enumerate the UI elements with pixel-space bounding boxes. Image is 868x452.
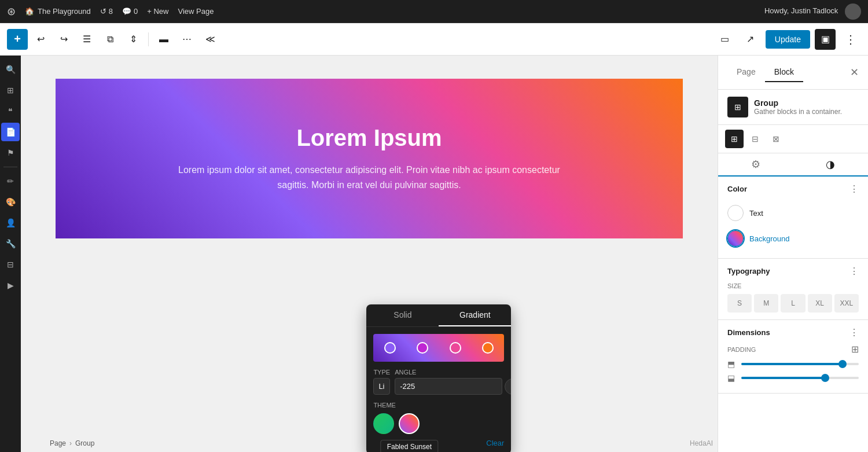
breadcrumb-page[interactable]: Page — [50, 439, 66, 447]
size-s[interactable]: S — [727, 294, 752, 313]
clear-button[interactable]: Clear — [486, 439, 504, 447]
typography-section-title: Typography — [727, 267, 770, 275]
home-icon: 🏠 — [25, 7, 34, 16]
redo-icon: ↪ — [60, 34, 68, 45]
add-block-button[interactable]: + — [7, 29, 28, 50]
list-view-button[interactable]: ☰ — [76, 29, 97, 50]
tool-stack-button[interactable]: ⊠ — [767, 130, 785, 148]
wp-logo[interactable]: ⊛ — [7, 5, 16, 18]
gradient-preview-bar[interactable] — [373, 334, 504, 362]
color-more-button[interactable]: ⋮ — [849, 183, 859, 194]
angle-input[interactable] — [395, 378, 502, 395]
site-name: The Playground — [38, 7, 91, 16]
subtab-styles[interactable]: ◑ — [793, 153, 869, 177]
padding-label: PADDING — [727, 346, 756, 353]
tool-group-button[interactable]: ⊞ — [725, 130, 744, 148]
move-icon: ⇕ — [130, 34, 137, 45]
background-color-swatch[interactable] — [727, 230, 744, 247]
breadcrumb-group[interactable]: Group — [75, 439, 94, 447]
sidebar-item-blocks[interactable]: ⊞ — [1, 81, 20, 100]
typography-section: Typography ⋮ SIZE S M L XL XXL — [718, 259, 868, 320]
swatch-green[interactable] — [373, 413, 394, 434]
external-view-button[interactable]: ↗ — [740, 29, 761, 50]
tool-row-icon: ⊟ — [752, 134, 759, 144]
tab-block[interactable]: Block — [765, 63, 803, 82]
panel-tabs: Page Block — [727, 63, 803, 82]
padding-top-icon: ⬒ — [727, 359, 737, 369]
swatch-sunset[interactable]: Fabled Sunset — [399, 413, 420, 434]
site-link[interactable]: 🏠 The Playground — [25, 7, 91, 16]
theme-swatches: Fabled Sunset — [366, 413, 511, 439]
dimensions-more-button[interactable]: ⋮ — [849, 327, 859, 338]
update-button[interactable]: Update — [766, 30, 810, 49]
text-color-swatch[interactable] — [727, 205, 744, 221]
sidebar-item-palette[interactable]: 🎨 — [1, 193, 20, 211]
padding-expand-button[interactable]: ⊞ — [851, 344, 859, 355]
size-xl[interactable]: XL — [808, 294, 832, 313]
sidebar-item-patterns[interactable]: ❝ — [1, 102, 20, 120]
color-section: Color ⋮ Text Background — [718, 177, 868, 259]
block-desc-label: Gather blocks in a container. — [754, 108, 842, 116]
padding-top-slider[interactable] — [741, 363, 859, 365]
gradient-handle-1[interactable] — [384, 342, 396, 354]
tab-page[interactable]: Page — [727, 63, 765, 82]
new-link[interactable]: + New — [147, 7, 168, 16]
sidebar-item-tools[interactable]: 🔧 — [1, 234, 20, 253]
gradient-tabs: Solid Gradient — [366, 304, 511, 327]
toolbar-right: ▭ ↗ Update ▣ ⋮ — [715, 29, 861, 50]
angle-knob[interactable] — [505, 378, 511, 395]
size-l[interactable]: L — [781, 294, 805, 313]
gradient-handle-3[interactable] — [450, 342, 461, 354]
view-page-link[interactable]: View Page — [178, 7, 214, 16]
tab-gradient[interactable]: Gradient — [439, 304, 511, 326]
background-color-label[interactable]: Background — [749, 234, 789, 243]
type-field: TYPE Linear Radial — [373, 369, 390, 395]
sidebar-item-play[interactable]: ▶ — [1, 276, 20, 295]
redo-button[interactable]: ↪ — [53, 29, 74, 50]
gradient-handle-4[interactable] — [482, 342, 494, 354]
dimensions-section: Dimensions ⋮ PADDING ⊞ ⬒ ⬓ — [718, 320, 868, 394]
group-icon: ⊞ — [734, 102, 741, 112]
align-button[interactable]: ▬ — [153, 29, 174, 50]
add-icon: + — [14, 32, 21, 46]
view-toggle-icon: ▣ — [821, 34, 830, 45]
breadcrumb-separator: › — [69, 439, 72, 447]
desktop-view-button[interactable]: ▭ — [715, 29, 735, 50]
type-select[interactable]: Linear Radial — [373, 378, 390, 395]
text-color-label: Text — [749, 209, 763, 218]
sidebar-item-brush[interactable]: ✏ — [1, 172, 20, 190]
type-label: TYPE — [373, 369, 390, 376]
revisions-count: 8 — [109, 7, 113, 16]
dimensions-section-title: Dimensions — [727, 328, 770, 337]
sidebar-item-flag[interactable]: ⚑ — [1, 144, 20, 162]
move-button[interactable]: ⇕ — [123, 29, 144, 50]
size-xxl[interactable]: XXL — [834, 294, 859, 313]
list-view-icon: ☰ — [83, 34, 91, 45]
sidebar-item-editor[interactable]: 📄 — [1, 123, 20, 141]
typography-more-button[interactable]: ⋮ — [849, 266, 859, 277]
comments-link[interactable]: 💬 0 — [122, 7, 138, 16]
tab-solid[interactable]: Solid — [366, 304, 439, 326]
padding-row-top: ⬒ — [727, 359, 859, 369]
undo-button[interactable]: ↩ — [30, 29, 51, 50]
sidebar-item-user[interactable]: 👤 — [1, 214, 20, 232]
tool-row-button[interactable]: ⊟ — [746, 130, 764, 148]
subtab-settings[interactable]: ⚙ — [718, 153, 793, 177]
sidebar-item-search[interactable]: 🔍 — [1, 60, 20, 79]
toolbar-more-button[interactable]: ⋯ — [176, 29, 197, 50]
collapse-button[interactable]: ≪ — [200, 29, 220, 50]
view-toggle-button[interactable]: ▣ — [815, 29, 836, 50]
toolbar-options-button[interactable]: ⋮ — [840, 29, 861, 50]
gradient-handle-2[interactable] — [417, 342, 428, 354]
avatar — [845, 3, 861, 20]
group-block[interactable]: Lorem Ipsum Lorem ipsum dolor sit amet, … — [56, 79, 683, 238]
size-m[interactable]: M — [754, 294, 778, 313]
revisions-link[interactable]: ↺ 8 — [100, 7, 113, 16]
padding-bottom-slider[interactable] — [741, 377, 859, 379]
panel-close-button[interactable]: ✕ — [850, 66, 859, 79]
left-sidebar: 🔍 ⊞ ❝ 📄 ⚑ ✏ 🎨 👤 🔧 ⊟ ▶ — [0, 56, 21, 452]
copy-button[interactable]: ⧉ — [100, 29, 120, 50]
sidebar-item-modules[interactable]: ⊟ — [1, 255, 20, 274]
gradient-footer: Clear — [366, 439, 511, 452]
tool-group-icon: ⊞ — [731, 134, 738, 144]
